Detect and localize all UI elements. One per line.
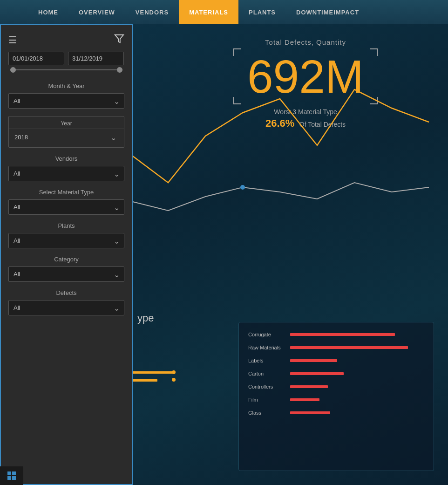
plants-section: Plants All	[1, 217, 132, 250]
range-thumb-left[interactable]	[10, 67, 16, 73]
bar-track	[290, 359, 424, 362]
bar-chart-row: Glass	[248, 410, 424, 416]
win-icon-q2	[12, 471, 16, 475]
win-icon-q3	[7, 476, 11, 480]
filter-icon[interactable]	[114, 34, 124, 46]
date-range-row	[1, 52, 132, 69]
bar-chart-row: Film	[248, 397, 424, 403]
bar-track	[290, 398, 424, 401]
month-year-label: Month & Year	[8, 82, 124, 89]
hamburger-icon[interactable]: ☰	[8, 34, 17, 46]
nav-overview[interactable]: Overview	[68, 0, 125, 24]
bar-track	[290, 372, 424, 375]
range-fill	[10, 69, 122, 70]
bar-chart-list: Corrugate Raw Materials Labels Carton Co…	[248, 332, 424, 416]
win-icon-q1	[7, 471, 11, 475]
bar-label: Corrugate	[248, 332, 290, 337]
sidebar: ☰ Month & Year All Year	[0, 24, 133, 485]
nav-home[interactable]: Home	[28, 0, 68, 24]
windows-start-button[interactable]	[0, 466, 23, 485]
material-type-label: Select Material Type	[8, 189, 124, 196]
vendors-select[interactable]: All	[8, 166, 124, 181]
month-year-select[interactable]: All	[8, 93, 124, 109]
category-section: Category All	[1, 250, 132, 284]
date-range-slider[interactable]	[1, 69, 132, 78]
yellow-bar-2	[132, 379, 157, 382]
bar-label: Raw Materials	[248, 345, 290, 350]
year-section: Year 2018 2019	[1, 110, 132, 150]
defects-section: Defects All	[1, 284, 132, 317]
bar-label: Film	[248, 397, 290, 403]
bar-track	[290, 346, 424, 349]
material-type-section: Select Material Type All	[1, 183, 132, 217]
defects-select[interactable]: All	[8, 300, 124, 315]
nav-vendors[interactable]: Vendors	[125, 0, 179, 24]
bar-label: Controllers	[248, 384, 290, 389]
bar-fill	[290, 398, 319, 401]
windows-icon	[7, 471, 16, 480]
plants-label: Plants	[8, 222, 124, 229]
category-select[interactable]: All	[8, 266, 124, 282]
range-thumb-right[interactable]	[117, 67, 122, 73]
bar-label: Labels	[248, 358, 290, 363]
date-start-input[interactable]	[8, 52, 64, 65]
bar-track	[290, 411, 424, 414]
total-defects-label: Total Defects, Quantity	[163, 38, 448, 46]
year-box-label: Year	[9, 118, 124, 129]
sidebar-header: ☰	[1, 30, 132, 52]
month-year-section: Month & Year All	[1, 78, 132, 110]
bar-fill	[290, 333, 395, 336]
win-icon-q4	[12, 476, 16, 480]
category-label: Category	[8, 256, 124, 263]
range-track	[10, 69, 122, 70]
material-type-select[interactable]: All	[8, 199, 124, 215]
yellow-dot-1	[172, 370, 176, 374]
vendors-label: Vendors	[8, 155, 124, 162]
month-year-select-wrapper: All	[8, 93, 124, 109]
bar-label: Carton	[248, 371, 290, 376]
funnel-shape	[115, 35, 123, 43]
yellow-dot-2	[172, 378, 176, 382]
nav-materials[interactable]: Materials	[179, 0, 238, 24]
yellow-line	[131, 89, 429, 183]
date-end-input[interactable]	[68, 52, 124, 65]
blue-dot	[240, 185, 245, 190]
bar-chart-row: Carton	[248, 371, 424, 376]
bar-fill	[290, 359, 337, 362]
bar-chart-row: Labels	[248, 358, 424, 363]
category-select-wrapper: All	[8, 266, 124, 282]
plants-select[interactable]: All	[8, 233, 124, 248]
bar-fill	[290, 346, 408, 349]
line-chart-svg	[130, 52, 448, 239]
year-select-wrapper: 2018 2019	[9, 129, 124, 145]
gray-line	[131, 183, 429, 211]
year-box: Year 2018 2019	[8, 116, 124, 148]
bar-chart-container: Corrugate Raw Materials Labels Carton Co…	[238, 322, 434, 471]
vendors-select-wrapper: All	[8, 166, 124, 181]
bar-fill	[290, 411, 330, 414]
vendors-section: Vendors All	[1, 150, 132, 183]
bar-chart-row: Controllers	[248, 384, 424, 389]
navbar: Home Overview Vendors Materials Plants D…	[0, 0, 448, 24]
defects-select-wrapper: All	[8, 300, 124, 315]
bar-chart-row: Corrugate	[248, 332, 424, 337]
defects-label: Defects	[8, 289, 124, 296]
material-type-select-wrapper: All	[8, 199, 124, 215]
yellow-bars	[132, 371, 174, 387]
yellow-bar-1	[132, 371, 174, 374]
bar-track	[290, 385, 424, 388]
bar-fill	[290, 372, 344, 375]
bar-chart-row: Raw Materials	[248, 345, 424, 350]
nav-plants[interactable]: Plants	[238, 0, 286, 24]
plants-select-wrapper: All	[8, 233, 124, 248]
bar-track	[290, 333, 424, 336]
bar-label: Glass	[248, 410, 290, 416]
type-label: ype	[137, 312, 154, 324]
nav-downtime[interactable]: DowntimeImpact	[286, 0, 369, 24]
bar-fill	[290, 385, 328, 388]
year-select[interactable]: 2018 2019	[13, 131, 120, 143]
